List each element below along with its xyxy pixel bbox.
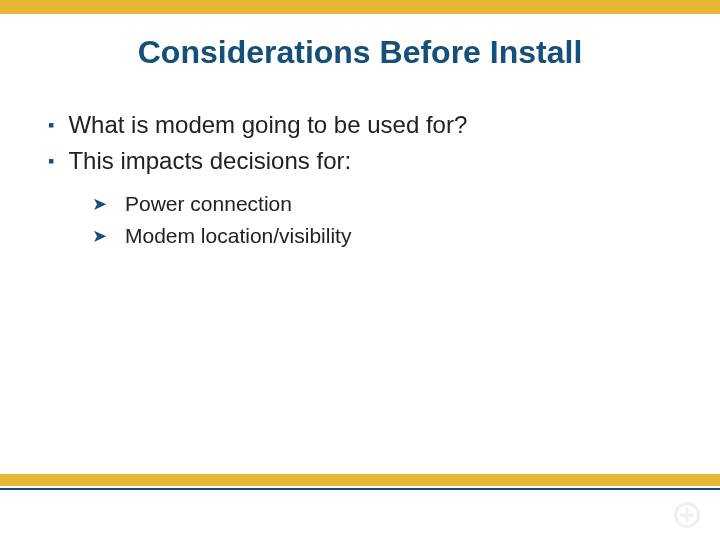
sub-bullet-item: ➤ Modem location/visibility xyxy=(92,222,672,250)
arrow-bullet-icon: ➤ xyxy=(92,190,107,218)
bullet-item: ▪ What is modem going to be used for? xyxy=(48,110,672,140)
sub-bullet-list: ➤ Power connection ➤ Modem location/visi… xyxy=(92,190,672,250)
bullet-item: ▪ This impacts decisions for: xyxy=(48,146,672,176)
top-accent-bar xyxy=(0,0,720,14)
bullet-list: ▪ What is modem going to be used for? ▪ … xyxy=(48,110,672,176)
brand-logo xyxy=(674,498,706,532)
slide-content: ▪ What is modem going to be used for? ▪ … xyxy=(48,110,672,254)
logo-mark-icon xyxy=(674,502,700,528)
sub-bullet-text: Power connection xyxy=(125,190,292,218)
slide: Considerations Before Install ▪ What is … xyxy=(0,0,720,540)
arrow-bullet-icon: ➤ xyxy=(92,222,107,250)
sub-bullet-text: Modem location/visibility xyxy=(125,222,351,250)
sub-bullet-item: ➤ Power connection xyxy=(92,190,672,218)
slide-title: Considerations Before Install xyxy=(0,34,720,71)
bullet-text: This impacts decisions for: xyxy=(68,146,351,176)
square-bullet-icon: ▪ xyxy=(48,110,54,140)
square-bullet-icon: ▪ xyxy=(48,146,54,176)
bullet-text: What is modem going to be used for? xyxy=(68,110,467,140)
bottom-accent-bar xyxy=(0,474,720,486)
bottom-accent-line xyxy=(0,488,720,490)
